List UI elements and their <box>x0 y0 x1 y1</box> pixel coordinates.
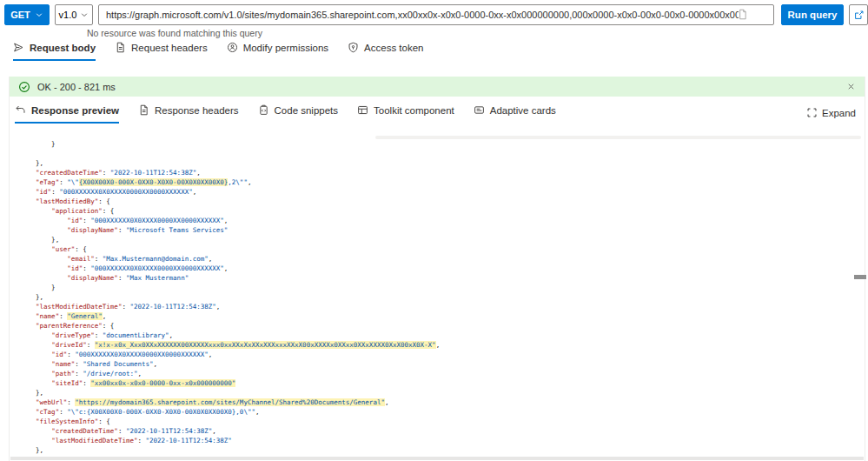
document-icon <box>115 42 126 53</box>
tab-label: Request body <box>30 43 96 53</box>
json-line: }, <box>20 388 864 398</box>
tab-toolkit-component[interactable]: Toolkit component <box>357 104 454 124</box>
status-banner: OK - 200 - 821 ms <box>10 77 865 97</box>
tab-modify-permissions[interactable]: Modify permissions <box>227 42 328 61</box>
query-helper-text: No resource was found matching this quer… <box>87 28 262 38</box>
json-line: }, <box>20 445 864 454</box>
close-icon[interactable] <box>846 82 856 91</box>
json-line: "email": "Max.Mustermann@domain.com", <box>20 254 864 264</box>
json-line: "id": "000XXXXXX0X0XXXX0000XX0000XXXXXX"… <box>20 187 864 197</box>
json-line: "eTag": "\"{X00X00X0-000X-0XX0-X0X0-00X0… <box>20 177 864 187</box>
json-line: "createdDateTime": "2022-10-11T12:54:38Z… <box>20 426 864 436</box>
json-line: }, <box>20 158 864 168</box>
json-line: }, <box>20 235 864 244</box>
send-icon <box>13 42 24 53</box>
json-line: "driveType": "documentLibrary", <box>20 331 864 340</box>
json-line: "name": "Shared Documents", <box>20 359 864 369</box>
tab-label: Access token <box>364 43 423 53</box>
response-tab-bar: Response preview Response headers Code s… <box>15 104 556 124</box>
vertical-scrollbar-thumb[interactable] <box>854 275 866 279</box>
request-tab-bar: Request body Request headers Modify perm… <box>13 42 423 61</box>
document-icon <box>138 104 149 116</box>
tab-label: Request headers <box>131 43 208 53</box>
version-label: v1.0 <box>59 10 77 20</box>
json-line: "lastModifiedBy": { <box>20 197 864 206</box>
tab-response-preview[interactable]: Response preview <box>15 104 119 124</box>
tab-access-token[interactable]: Access token <box>348 42 423 61</box>
json-code[interactable]: } }, "createdDateTime": "2022-10-11T12:5… <box>10 130 864 454</box>
json-line: "driveId": "x!x-x0x_Xxx0XXxXXXXXX00XXXXX… <box>20 340 864 350</box>
json-line: } <box>20 283 864 292</box>
json-line: "lastModifiedDateTime": "2022-10-11T12:5… <box>20 302 864 311</box>
tab-label: Toolkit component <box>374 105 454 116</box>
json-line: "parentReference": { <box>20 321 864 331</box>
reply-arrow-icon <box>15 104 26 116</box>
tab-request-body[interactable]: Request body <box>13 42 96 61</box>
json-line: "cTag": "\"c:{X00X00X0-000X-0XX0-X0X0-00… <box>20 407 864 417</box>
tab-label: Response preview <box>31 105 119 116</box>
status-text: OK - 200 - 821 ms <box>37 82 116 92</box>
json-line: "webUrl": "https://mydomain365.sharepoin… <box>20 398 864 407</box>
share-icon <box>853 10 865 21</box>
toolkit-icon <box>357 104 368 116</box>
json-line: "id": "000XXXXXX0X0XXXX0000XX0000XXXXXX"… <box>20 216 864 225</box>
json-line: "name": "General", <box>20 311 864 321</box>
share-button[interactable] <box>849 4 868 25</box>
json-line: "createdDateTime": "2022-10-11T12:54:38Z… <box>20 168 864 177</box>
tab-label: Adaptive cards <box>490 105 556 116</box>
json-line: "lastModifiedDateTime": "2022-10-11T12:5… <box>20 436 864 445</box>
request-toolbar: GET v1.0 Run query <box>4 4 868 25</box>
json-line <box>20 149 864 158</box>
chevron-down-icon <box>35 10 43 19</box>
url-field-wrap <box>98 4 774 25</box>
json-line: "siteId": "xx00xx0x-x0x0-0000-0xx-x0x000… <box>20 378 864 388</box>
json-line: "fileSystemInfo": { <box>20 417 864 426</box>
expand-button[interactable]: Expand <box>806 107 856 118</box>
access-token-icon <box>348 42 359 53</box>
tab-response-headers[interactable]: Response headers <box>138 104 239 124</box>
tab-label: Code snippets <box>275 105 339 116</box>
tab-label: Response headers <box>155 105 239 116</box>
tab-label: Modify permissions <box>243 43 328 53</box>
json-line: "id": "000XXXXXX0X0XXXX0000XX0000XXXXXX"… <box>20 350 864 359</box>
json-line: "id": "000XXXXXX0X0XXXX0000XX0000XXXXXX"… <box>20 264 864 273</box>
json-line: "path": "/drive/root:", <box>20 369 864 378</box>
check-circle-icon <box>18 81 30 93</box>
json-line: "application": { <box>20 206 864 216</box>
horizontal-scrollbar[interactable] <box>10 457 864 460</box>
tab-adaptive-cards[interactable]: Adaptive cards <box>474 104 556 124</box>
modify-permissions-icon <box>227 42 238 53</box>
tab-request-headers[interactable]: Request headers <box>115 42 208 61</box>
method-label: GET <box>10 10 30 20</box>
json-line: "displayName": "Microsoft Teams Services… <box>20 225 864 235</box>
document-icon[interactable] <box>737 9 748 20</box>
json-line: }, <box>20 292 864 302</box>
method-dropdown[interactable]: GET <box>4 4 50 25</box>
expand-icon <box>806 107 818 118</box>
json-line: "user": { <box>20 244 864 254</box>
url-input[interactable] <box>98 4 774 25</box>
json-line: } <box>20 139 864 149</box>
code-snippets-icon <box>258 104 269 116</box>
chevron-down-icon <box>80 10 89 19</box>
card-icon <box>474 104 485 116</box>
json-line: "displayName": "Max Mustermann" <box>20 273 864 283</box>
tab-code-snippets[interactable]: Code snippets <box>258 104 339 124</box>
version-dropdown[interactable]: v1.0 <box>55 4 93 25</box>
expand-label: Expand <box>822 108 856 118</box>
run-query-button[interactable]: Run query <box>781 4 844 25</box>
